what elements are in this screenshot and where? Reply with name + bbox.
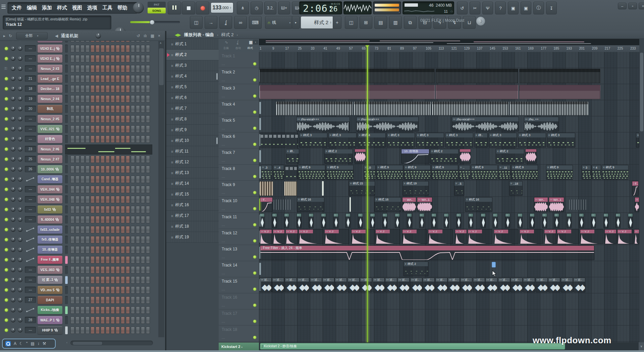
audio-clip[interactable]: ↦ bbox=[431, 213, 436, 228]
channel-volume-knob[interactable] bbox=[18, 257, 22, 262]
step-cell[interactable] bbox=[126, 246, 130, 253]
picker-tab-音频[interactable]: ∿ bbox=[225, 40, 228, 45]
audio-clip[interactable]: ↦过..◆◆ bbox=[423, 278, 435, 292]
channel-mute-led[interactable] bbox=[5, 288, 8, 292]
kickstart-track-header[interactable]: Kickstart 2 - bbox=[219, 342, 259, 351]
step-cell[interactable] bbox=[91, 135, 95, 143]
step-cell[interactable] bbox=[136, 206, 140, 213]
step-cell[interactable] bbox=[121, 75, 125, 82]
track-mute-led[interactable] bbox=[253, 127, 256, 130]
step-cell[interactable] bbox=[91, 65, 95, 72]
step-cell[interactable] bbox=[106, 266, 110, 274]
channel-pan-knob[interactable] bbox=[11, 247, 15, 252]
step-cell[interactable] bbox=[126, 327, 130, 334]
step-cell[interactable] bbox=[126, 176, 130, 183]
step-cell[interactable] bbox=[96, 327, 100, 334]
step-cell[interactable] bbox=[80, 266, 85, 274]
step-cell[interactable] bbox=[116, 196, 120, 203]
step-cell[interactable] bbox=[80, 246, 85, 253]
audio-clip[interactable]: ↦ bbox=[370, 213, 375, 228]
record-audio-button[interactable]: Ψ bbox=[482, 2, 493, 14]
step-cell[interactable] bbox=[126, 156, 130, 163]
step-cell[interactable] bbox=[101, 85, 105, 93]
step-cell[interactable] bbox=[101, 226, 105, 233]
undo-button[interactable]: ↺ bbox=[457, 2, 468, 14]
step-cell[interactable] bbox=[86, 286, 90, 294]
menu-item-视图[interactable]: 视图 bbox=[72, 5, 82, 11]
channel-pan-knob[interactable] bbox=[11, 127, 15, 131]
step-cell[interactable] bbox=[141, 236, 145, 243]
channel-route-number[interactable]: 28 bbox=[25, 317, 36, 323]
track-lane-5[interactable]: ↦zhu-vocal+++↦zhu-vocal+++↦zhu-vocal+++↦… bbox=[259, 116, 639, 132]
volume-slider-thumb[interactable] bbox=[150, 20, 155, 25]
channel-mute-led[interactable] bbox=[5, 318, 8, 322]
step-cell[interactable] bbox=[96, 226, 100, 233]
step-cell[interactable] bbox=[96, 156, 100, 163]
step-cell[interactable] bbox=[106, 75, 110, 82]
step-cell[interactable] bbox=[101, 206, 105, 213]
audio-clip[interactable] bbox=[519, 85, 600, 99]
track-mute-led[interactable] bbox=[253, 304, 256, 307]
step-cell[interactable] bbox=[111, 156, 115, 163]
step-cell[interactable] bbox=[141, 41, 145, 42]
step-cell[interactable] bbox=[116, 256, 120, 263]
audio-clip[interactable]: ↦ bbox=[603, 213, 608, 228]
track-lane-9[interactable]: ≡样式 15≡样式 19≡..5≡..18ʃF.. bbox=[259, 181, 639, 197]
step-cell[interactable] bbox=[141, 206, 145, 213]
step-cell[interactable] bbox=[70, 105, 74, 113]
audio-clip[interactable]: ↦V..2 bbox=[299, 229, 323, 244]
step-cell[interactable] bbox=[121, 256, 125, 263]
channel-mute-led[interactable] bbox=[5, 148, 8, 151]
pattern-clip[interactable]: ≡样.. bbox=[286, 149, 299, 164]
step-cell[interactable] bbox=[96, 316, 100, 324]
audio-clip[interactable]: ↦zhu-vocal+++ bbox=[296, 117, 350, 131]
audio-clip[interactable] bbox=[436, 69, 518, 83]
step-cell[interactable] bbox=[141, 115, 145, 123]
step-cell[interactable] bbox=[96, 65, 100, 72]
track-mute-led[interactable] bbox=[253, 111, 256, 114]
menu-item-样式[interactable]: 样式 bbox=[57, 5, 67, 11]
audio-clip[interactable]: ↦ bbox=[260, 213, 265, 228]
add-pattern-button[interactable]: + bbox=[333, 16, 341, 29]
step-cell[interactable] bbox=[146, 226, 150, 233]
step-cell[interactable] bbox=[75, 226, 79, 233]
step-cell[interactable] bbox=[131, 45, 135, 52]
step-cell[interactable] bbox=[131, 216, 135, 223]
step-cell[interactable] bbox=[121, 296, 125, 304]
channel-mute-led[interactable] bbox=[5, 308, 8, 312]
step-cell[interactable] bbox=[86, 236, 90, 243]
step-cell[interactable] bbox=[70, 85, 74, 93]
track-lane-11[interactable]: ↦↦↦↦↦↦↦↦↦↦↦↦↦↦↦↦↦↦↦↦↦↦↦↦↦↦↦↦↦↦↦ bbox=[259, 213, 639, 229]
channel-selector-indicator[interactable] bbox=[65, 246, 68, 254]
step-cell[interactable] bbox=[111, 306, 115, 314]
step-cell[interactable] bbox=[91, 176, 95, 183]
channel-pan-knob[interactable] bbox=[11, 217, 15, 222]
audio-clip[interactable]: ↦WA..1 bbox=[417, 197, 432, 212]
step-cell[interactable] bbox=[116, 327, 120, 334]
step-cell[interactable] bbox=[146, 125, 150, 133]
step-cell[interactable] bbox=[91, 196, 95, 203]
channel-volume-knob[interactable] bbox=[18, 127, 22, 131]
channel-name-button[interactable]: Free F..频率 bbox=[38, 256, 62, 264]
step-cell[interactable] bbox=[121, 196, 125, 203]
step-cell[interactable] bbox=[111, 135, 115, 143]
step-cell[interactable] bbox=[91, 105, 95, 113]
channel-selector-indicator[interactable] bbox=[65, 41, 68, 43]
track-mute-led[interactable] bbox=[253, 143, 256, 146]
globe-icon[interactable]: ☽ bbox=[476, 17, 485, 25]
step-cell[interactable] bbox=[116, 85, 120, 93]
channel-name-button[interactable]: VEH..044 bbox=[38, 185, 62, 193]
audio-clip[interactable]: ↦ bbox=[567, 213, 572, 228]
loop-record-button[interactable]: Ш+ bbox=[278, 2, 290, 14]
channel-route-number[interactable]: --- bbox=[25, 206, 36, 213]
menu-item-编辑[interactable]: 编辑 bbox=[27, 5, 37, 11]
step-cell[interactable] bbox=[80, 176, 85, 183]
step-cell[interactable] bbox=[101, 276, 105, 284]
channel-volume-knob[interactable] bbox=[18, 207, 22, 212]
mixer-button[interactable]: ▤ bbox=[374, 16, 387, 29]
step-cell[interactable] bbox=[136, 95, 140, 103]
audio-clip[interactable] bbox=[525, 149, 537, 164]
audio-clip[interactable]: ↦ bbox=[358, 213, 363, 228]
audio-clip[interactable]: ↦过..◆◆ bbox=[410, 278, 422, 292]
step-cell[interactable] bbox=[126, 186, 130, 193]
